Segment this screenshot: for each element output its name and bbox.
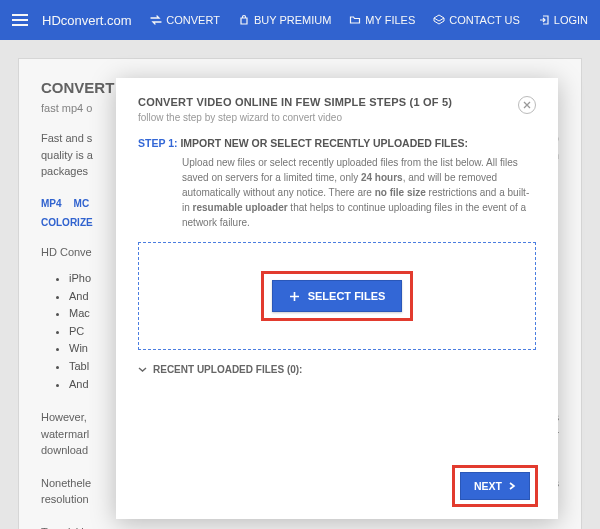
step-section: STEP 1: IMPORT NEW OR SELECT RECENTLY UP… [138,137,536,230]
dropzone[interactable]: SELECT FILES [138,242,536,350]
modal-title: CONVERT VIDEO ONLINE IN FEW SIMPLE STEPS… [138,96,452,108]
select-highlight: SELECT FILES [261,271,414,321]
wizard-modal: CONVERT VIDEO ONLINE IN FEW SIMPLE STEPS… [116,78,558,519]
recent-files-label: RECENT UPLOADED FILES (0): [153,364,302,375]
next-label: NEXT [474,480,502,492]
step-description: Upload new files or select recently uplo… [138,155,536,230]
chevron-down-icon [138,365,147,374]
close-icon[interactable] [518,96,536,114]
step-number: STEP 1: [138,137,178,149]
select-files-button[interactable]: SELECT FILES [272,280,403,312]
next-button[interactable]: NEXT [460,472,530,500]
next-highlight: NEXT [452,465,538,507]
modal-footer: NEXT [452,465,538,507]
recent-files-toggle[interactable]: RECENT UPLOADED FILES (0): [138,364,536,375]
step-heading: STEP 1: IMPORT NEW OR SELECT RECENTLY UP… [138,137,536,149]
select-files-label: SELECT FILES [308,290,386,302]
chevron-right-icon [508,482,516,490]
step-title: IMPORT NEW OR SELECT RECENTLY UPLOADED F… [180,137,468,149]
modal-subtitle: follow the step by step wizard to conver… [138,112,452,123]
plus-icon [289,291,300,302]
